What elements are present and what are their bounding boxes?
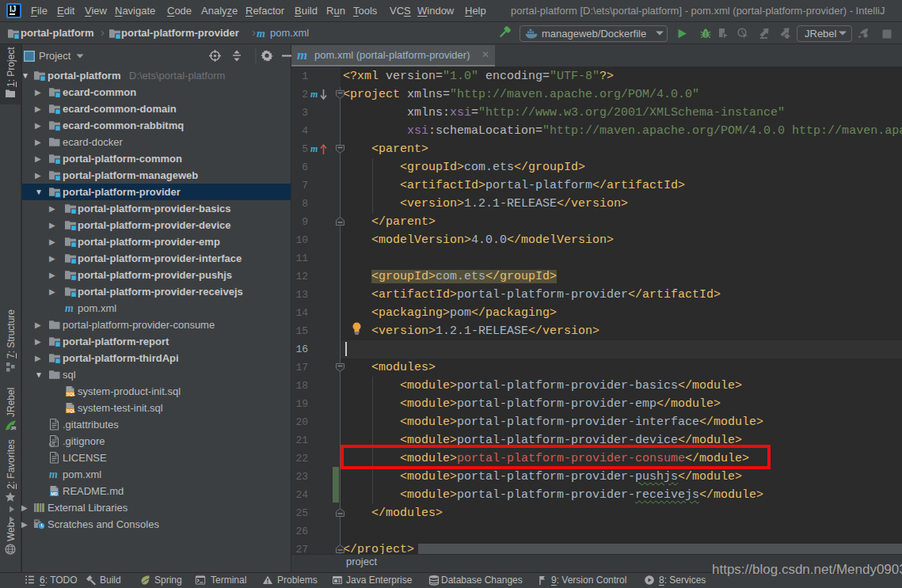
svg-text:m: m — [257, 28, 265, 39]
svg-text:JR: JR — [10, 426, 16, 431]
svg-text:SQL: SQL — [67, 392, 76, 396]
svg-text:MD: MD — [51, 491, 58, 496]
svg-text:m: m — [65, 302, 74, 313]
svg-text:SQL: SQL — [67, 408, 76, 413]
svg-text:m: m — [49, 469, 58, 480]
svg-text:m: m — [297, 48, 307, 62]
